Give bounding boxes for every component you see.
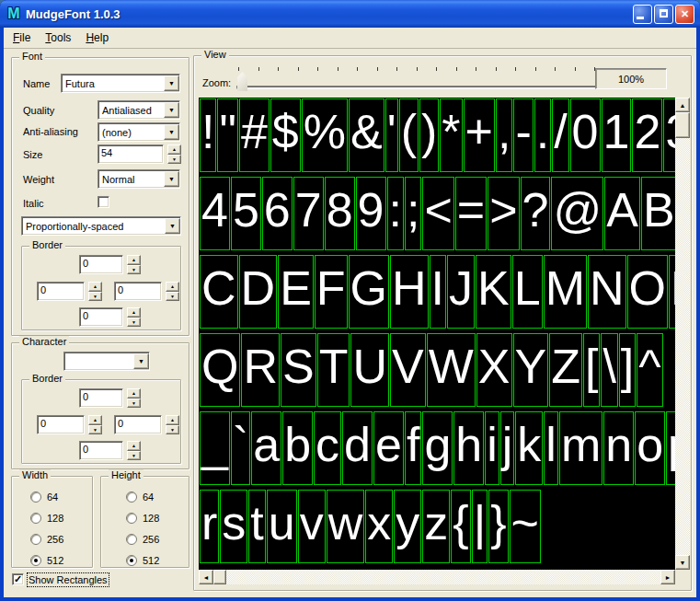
radio-option-128[interactable]: 128 bbox=[30, 513, 63, 524]
char-border-bottom-updown[interactable]: ▲▼ bbox=[127, 441, 141, 460]
glyph-cell[interactable]: Z bbox=[549, 333, 582, 407]
glyph-cell[interactable]: o bbox=[635, 411, 665, 485]
glyph-cell[interactable]: / bbox=[552, 98, 568, 172]
glyph-cell[interactable]: 6 bbox=[262, 177, 293, 250]
menu-item-help[interactable]: Help bbox=[78, 29, 116, 46]
glyph-cell[interactable]: ' bbox=[385, 98, 398, 172]
scroll-down-button[interactable]: ▼ bbox=[675, 555, 690, 570]
vertical-scroll-track[interactable] bbox=[675, 112, 690, 555]
size-field[interactable]: 54 bbox=[98, 144, 164, 164]
spin-down-icon[interactable]: ▼ bbox=[127, 265, 141, 275]
character-combo[interactable]: ▼ bbox=[63, 352, 150, 371]
horizontal-scrollbar[interactable]: ◄ ► bbox=[199, 570, 675, 584]
glyph-cell[interactable]: j bbox=[500, 411, 515, 485]
spin-down-icon[interactable]: ▼ bbox=[167, 155, 181, 165]
glyph-cell[interactable]: d bbox=[342, 411, 373, 485]
spin-down-icon[interactable]: ▼ bbox=[166, 425, 179, 435]
glyph-cell[interactable]: U bbox=[350, 333, 389, 407]
glyph-cell[interactable]: = bbox=[455, 177, 487, 250]
dropdown-arrow-icon[interactable]: ▼ bbox=[164, 124, 179, 140]
spin-up-icon[interactable]: ▲ bbox=[88, 282, 102, 292]
glyph-cell[interactable]: 1 bbox=[602, 98, 632, 172]
spin-down-icon[interactable]: ▼ bbox=[127, 399, 141, 409]
glyph-cell[interactable]: z bbox=[422, 490, 450, 563]
spin-down-icon[interactable]: ▼ bbox=[127, 451, 141, 461]
glyph-cell[interactable]: 9 bbox=[356, 177, 386, 250]
glyph-cell[interactable]: x bbox=[365, 490, 393, 563]
horizontal-scroll-thumb[interactable] bbox=[213, 570, 226, 584]
font-border-top-field[interactable]: 0 bbox=[79, 255, 123, 274]
char-border-left-updown[interactable]: ▲▼ bbox=[88, 415, 102, 434]
radio-icon[interactable] bbox=[30, 555, 41, 566]
glyph-cell[interactable]: > bbox=[488, 177, 519, 250]
spin-up-icon[interactable]: ▲ bbox=[167, 144, 181, 155]
spin-down-icon[interactable]: ▼ bbox=[166, 292, 179, 302]
glyph-cell[interactable]: i bbox=[485, 411, 499, 485]
glyph-cell[interactable]: | bbox=[472, 490, 488, 563]
glyph-cell[interactable]: l bbox=[544, 411, 558, 485]
glyph-cell[interactable]: b bbox=[282, 411, 313, 485]
font-border-top-updown[interactable]: ▲▼ bbox=[127, 255, 141, 274]
weight-combo[interactable]: Normal ▼ bbox=[98, 169, 180, 189]
glyph-cell[interactable]: M bbox=[544, 255, 587, 329]
glyph-cell[interactable]: B bbox=[641, 177, 675, 250]
glyph-cell[interactable]: e bbox=[373, 411, 404, 485]
dropdown-arrow-icon[interactable]: ▼ bbox=[165, 218, 180, 234]
radio-option-64[interactable]: 64 bbox=[30, 491, 58, 503]
antialiasing-combo[interactable]: (none) ▼ bbox=[98, 122, 180, 142]
char-border-bottom-field[interactable]: 0 bbox=[79, 441, 123, 460]
glyph-cell[interactable]: [ bbox=[583, 333, 600, 407]
glyph-cell[interactable]: ~ bbox=[510, 490, 541, 563]
dropdown-arrow-icon[interactable]: ▼ bbox=[133, 353, 149, 369]
spacing-combo[interactable]: Proportionally-spaced ▼ bbox=[21, 216, 181, 236]
glyph-cell[interactable]: @ bbox=[551, 177, 603, 250]
glyph-cell[interactable]: + bbox=[464, 98, 495, 172]
spin-down-icon[interactable]: ▼ bbox=[88, 292, 102, 302]
glyph-cell[interactable]: g bbox=[422, 411, 453, 485]
font-border-left-field[interactable]: 0 bbox=[37, 282, 85, 301]
glyph-cell[interactable]: # bbox=[239, 98, 270, 172]
glyph-cell[interactable]: p bbox=[666, 411, 675, 485]
glyph-cell[interactable]: % bbox=[302, 98, 348, 172]
glyph-cell[interactable]: ? bbox=[521, 177, 551, 250]
scroll-right-button[interactable]: ► bbox=[660, 570, 675, 584]
glyph-cell[interactable]: a bbox=[251, 411, 281, 485]
font-name-combo[interactable]: Futura ▼ bbox=[61, 74, 180, 93]
radio-option-256[interactable]: 256 bbox=[30, 534, 63, 545]
glyph-cell[interactable]: 5 bbox=[231, 177, 261, 250]
font-atlas-canvas[interactable]: !"#$%&'()*+,-./0123456789:;<=>?@ABCDEFGH… bbox=[199, 98, 675, 570]
glyph-cell[interactable]: ! bbox=[200, 98, 216, 172]
radio-icon[interactable] bbox=[30, 513, 41, 524]
spin-up-icon[interactable]: ▲ bbox=[88, 415, 102, 425]
glyph-cell[interactable]: f bbox=[405, 411, 421, 485]
glyph-cell[interactable]: w bbox=[327, 490, 365, 563]
glyph-cell[interactable]: , bbox=[496, 98, 512, 172]
glyph-cell[interactable]: D bbox=[239, 255, 278, 329]
glyph-cell[interactable]: s bbox=[220, 490, 247, 563]
glyph-cell[interactable]: h bbox=[453, 411, 484, 485]
dropdown-arrow-icon[interactable]: ▼ bbox=[164, 75, 179, 91]
dropdown-arrow-icon[interactable]: ▼ bbox=[164, 171, 179, 187]
glyph-cell[interactable]: T bbox=[317, 333, 350, 407]
glyph-cell[interactable]: V bbox=[390, 333, 426, 407]
glyph-cell[interactable]: } bbox=[488, 490, 508, 563]
glyph-cell[interactable]: E bbox=[278, 255, 314, 329]
menu-item-tools[interactable]: Tools bbox=[38, 29, 78, 46]
radio-icon[interactable] bbox=[126, 555, 137, 566]
glyph-cell[interactable]: Q bbox=[200, 333, 240, 407]
glyph-cell[interactable]: c bbox=[314, 411, 341, 485]
glyph-cell[interactable]: n bbox=[603, 411, 634, 485]
font-border-right-field[interactable]: 0 bbox=[114, 282, 162, 301]
char-border-right-updown[interactable]: ▲▼ bbox=[166, 415, 179, 434]
glyph-cell[interactable]: F bbox=[315, 255, 348, 329]
quality-combo[interactable]: Antialiased ▼ bbox=[98, 100, 180, 120]
radio-icon[interactable] bbox=[126, 491, 137, 503]
glyph-cell[interactable]: J bbox=[447, 255, 475, 329]
radio-icon[interactable] bbox=[30, 491, 41, 503]
font-border-left-updown[interactable]: ▲▼ bbox=[88, 282, 102, 301]
vertical-scrollbar[interactable]: ▲ ▼ bbox=[675, 98, 690, 570]
glyph-cell[interactable]: - bbox=[513, 98, 533, 172]
spin-down-icon[interactable]: ▼ bbox=[88, 425, 102, 435]
glyph-cell[interactable]: m bbox=[559, 411, 602, 485]
glyph-cell[interactable]: ] bbox=[619, 333, 636, 407]
